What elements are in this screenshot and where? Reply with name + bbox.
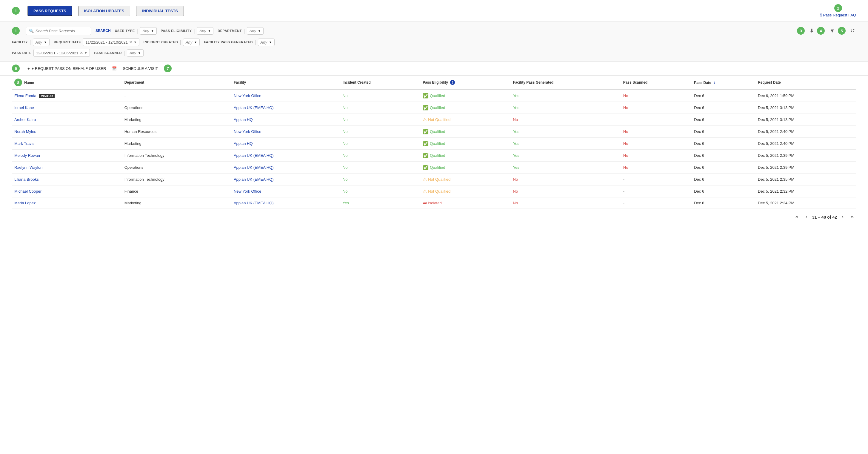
facility-link[interactable]: Appian UK (EMEA HQ) — [234, 177, 274, 181]
cell-incident-created: No — [340, 162, 420, 173]
next-page-button[interactable]: › — [839, 212, 846, 221]
request-date-value: 11/22/2021 - 12/10/2021 — [85, 40, 128, 45]
table-row: Maria Lopez MarketingAppian UK (EMEA HQ)… — [12, 197, 856, 208]
tab-pass-requests[interactable]: PASS REQUESTS — [27, 6, 72, 16]
tab-isolation-updates[interactable]: ISOLATION UPDATES — [78, 6, 130, 16]
eligibility-status: ⚠ Not Qualified — [423, 189, 508, 194]
cell-facility: Appian UK (EMEA HQ) — [231, 150, 340, 162]
step-badge-5: 5 — [838, 27, 846, 35]
eligibility-status: 🛏 Isolated — [423, 200, 508, 205]
faq-link[interactable]: 2 ℹ Pass Request FAQ — [820, 4, 856, 17]
name-link[interactable]: Norah Myles — [14, 129, 36, 134]
request-date-input[interactable]: 11/22/2021 - 12/10/2021 ✕ ▼ — [83, 38, 140, 46]
facility-pass-value: Any — [260, 40, 267, 45]
user-type-dropdown[interactable]: Any ▼ — [140, 27, 156, 35]
pass-eligibility-value: Any — [199, 29, 206, 33]
search-box[interactable]: 🔍 — [26, 27, 91, 35]
cell-pass-scanned: No — [621, 126, 691, 138]
schedule-visit-link[interactable]: SCHEDULE A VISIT — [123, 66, 158, 71]
department-value: Any — [250, 29, 256, 33]
cell-pass-eligibility: ⚠ Not Qualified — [420, 186, 510, 197]
name-link[interactable]: Melody Rowan — [14, 153, 40, 158]
cell-pass-date: Dec 6 — [691, 138, 755, 150]
pass-date-input[interactable]: 12/06/2021 - 12/06/2021 ✕ ▼ — [33, 49, 90, 57]
pass-eligibility-dropdown[interactable]: Any ▼ — [197, 27, 213, 35]
facility-link[interactable]: New York Office — [234, 129, 261, 134]
cell-name: Liliana Brooks — [12, 173, 122, 186]
clear-request-date[interactable]: ✕ — [129, 40, 132, 45]
search-icon: 🔍 — [29, 29, 34, 33]
facility-link[interactable]: Appian UK (EMEA HQ) — [234, 165, 274, 170]
facility-pass-dropdown[interactable]: Any ▼ — [258, 38, 275, 46]
cell-pass-eligibility: ⚠ Not Qualified — [420, 114, 510, 126]
name-link[interactable]: Archer Kairo — [14, 117, 36, 122]
cell-pass-scanned: No — [621, 102, 691, 114]
pass-scanned-dropdown[interactable]: Any ▼ — [127, 49, 144, 57]
filter-button[interactable]: ▼ — [828, 27, 836, 35]
request-pass-link[interactable]: + + REQUEST PASS ON BEHALF OF USER — [27, 66, 106, 71]
facility-link[interactable]: New York Office — [234, 189, 261, 194]
clear-pass-date[interactable]: ✕ — [80, 51, 83, 55]
cell-facility-pass: Yes — [511, 126, 621, 138]
name-link[interactable]: Michael Cooper — [14, 189, 41, 194]
col-pass-eligibility: Pass Eligibility ? — [420, 76, 510, 90]
prev-page-button[interactable]: ‹ — [803, 212, 810, 221]
col-pass-scanned: Pass Scanned — [621, 76, 691, 90]
cell-facility-pass: No — [511, 114, 621, 126]
tab-individual-tests[interactable]: INDIVIDUAL TESTS — [136, 6, 184, 16]
cell-incident-created: No — [340, 150, 420, 162]
incident-created-value: Any — [186, 40, 192, 45]
facility-link[interactable]: New York Office — [234, 93, 261, 98]
data-table-container: 8 Name Department Facility Incident Crea… — [0, 76, 868, 208]
cell-department: Marketing — [122, 197, 231, 208]
facility-link[interactable]: Appian UK (EMEA HQ) — [234, 153, 274, 158]
facility-label: FACILITY — [12, 40, 28, 44]
cell-incident-created: No — [340, 90, 420, 102]
cell-request-date: Dec 5, 2021 3:13 PM — [755, 102, 856, 114]
name-link[interactable]: Elena Fonda — [14, 93, 36, 98]
sort-icon[interactable]: ↓ — [713, 80, 715, 85]
facility-dropdown[interactable]: Any ▼ — [33, 38, 50, 46]
cell-request-date: Dec 5, 2021 3:13 PM — [755, 114, 856, 126]
table-row: Liliana Brooks Information TechnologyApp… — [12, 173, 856, 186]
facility-link[interactable]: Appian UK (EMEA HQ) — [234, 201, 274, 205]
facility-link[interactable]: Appian HQ — [234, 117, 253, 122]
refresh-button[interactable]: ↺ — [849, 26, 856, 35]
incident-created-dropdown[interactable]: Any ▼ — [183, 38, 200, 46]
name-link[interactable]: Mark Travis — [14, 141, 34, 146]
table-body: Elena Fonda VISITOR -New York OfficeNo✅ … — [12, 90, 856, 208]
cell-facility: New York Office — [231, 186, 340, 197]
name-link[interactable]: Raelynn Waylon — [14, 165, 42, 170]
step-badge-8: 8 — [14, 79, 22, 86]
first-page-button[interactable]: « — [793, 212, 801, 221]
step-badge-6: 6 — [12, 64, 20, 72]
faq-label: Pass Request FAQ — [823, 13, 856, 17]
pass-eligibility-filter: PASS ELIGIBILITY | Any ▼ — [161, 27, 214, 35]
cell-department: Information Technology — [122, 173, 231, 186]
cell-facility: Appian HQ — [231, 114, 340, 126]
cell-pass-date: Dec 6 — [691, 150, 755, 162]
pass-scanned-label: PASS SCANNED — [94, 51, 122, 55]
step-badge-3: 3 — [797, 27, 805, 35]
cell-pass-scanned: No — [621, 150, 691, 162]
pass-eligibility-label: PASS ELIGIBILITY — [161, 29, 192, 33]
last-page-button[interactable]: » — [848, 212, 856, 221]
eligibility-status: ⚠ Not Qualified — [423, 176, 508, 182]
search-button[interactable]: SEARCH — [95, 29, 111, 33]
download-button[interactable]: ⬇ — [808, 26, 815, 35]
faq-badge: 2 — [834, 4, 842, 12]
name-link[interactable]: Maria Lopez — [14, 201, 36, 205]
cell-pass-date: Dec 6 — [691, 186, 755, 197]
search-input[interactable] — [35, 29, 88, 33]
department-dropdown[interactable]: Any ▼ — [247, 27, 264, 35]
cell-pass-eligibility: ✅ Qualified — [420, 150, 510, 162]
cell-incident-created: No — [340, 126, 420, 138]
name-link[interactable]: Liliana Brooks — [14, 177, 39, 181]
eligibility-status: ✅ Qualified — [423, 129, 508, 134]
eligibility-status: ✅ Qualified — [423, 105, 508, 111]
facility-link[interactable]: Appian UK (EMEA HQ) — [234, 106, 274, 110]
facility-link[interactable]: Appian HQ — [234, 141, 253, 146]
cell-name: Michael Cooper — [12, 186, 122, 197]
eligibility-status: ⚠ Not Qualified — [423, 117, 508, 122]
name-link[interactable]: Israel Kane — [14, 106, 34, 110]
